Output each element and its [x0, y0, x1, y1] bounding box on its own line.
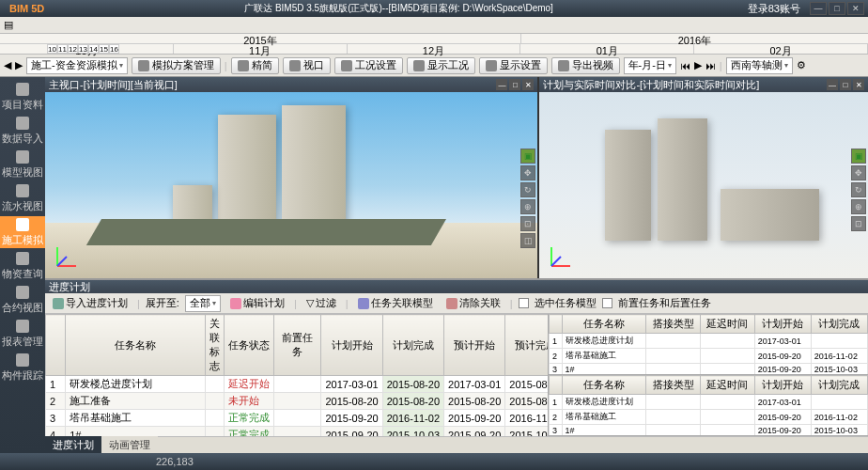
- timeline[interactable]: 2015年2016年10月11月12月01月02月 10111213141516: [0, 34, 868, 55]
- vp2-tool-fit[interactable]: ⊡: [851, 216, 866, 231]
- maximize-button[interactable]: □: [829, 2, 845, 15]
- vp2-tool-pan[interactable]: ✥: [851, 165, 866, 180]
- vp2-tool-rotate[interactable]: ↻: [851, 182, 866, 197]
- close-button[interactable]: ✕: [847, 2, 864, 15]
- pre-post-task-checkbox[interactable]: [602, 298, 612, 308]
- table-row[interactable]: 2 塔吊基础施工2015-09-202016-11-02: [550, 410, 868, 425]
- menubar: ▤: [0, 17, 868, 34]
- vp-tool-section[interactable]: ◫: [520, 233, 535, 248]
- app-logo: BIM 5D: [4, 3, 50, 14]
- svg-line-5: [551, 257, 561, 266]
- window-title: 广联达 BIM5D 3.5旗舰版(正式版)--[BIM5D项目案例: D:\Wo…: [50, 2, 747, 15]
- table-row[interactable]: 3 1#2015-09-202015-10-03: [550, 425, 868, 437]
- step-fwd-icon[interactable]: ⏭: [705, 60, 716, 71]
- vp2-min-icon[interactable]: —: [827, 79, 838, 90]
- predecessor-grid[interactable]: 任务名称搭接类型延迟时间计划开始计划完成1研发楼总进度计划2017-03-012…: [549, 314, 868, 375]
- minimize-button[interactable]: —: [810, 2, 827, 15]
- table-row[interactable]: 4 1#正常完成2015-09-202015-10-032015-09-2020…: [46, 427, 550, 437]
- vp2-tool-select[interactable]: ▣: [851, 149, 866, 164]
- schedule-grid[interactable]: 任务名称关联标志任务状态前置任务计划开始计划完成预计开始预计完成实际1研发楼总进…: [45, 314, 549, 436]
- edit-plan-button[interactable]: 编辑计划: [226, 295, 288, 311]
- vp-tool-fit[interactable]: ⊡: [520, 216, 535, 231]
- toolbar-视口-button[interactable]: 视口: [283, 57, 331, 74]
- play-icon[interactable]: ▶: [694, 59, 702, 71]
- sidebar-item-8[interactable]: 构件跟踪: [0, 352, 45, 384]
- step-back-icon[interactable]: ⏮: [680, 60, 690, 71]
- sidebar-item-1[interactable]: 数据导入: [0, 115, 45, 147]
- toolbar-导出视频-button[interactable]: 导出视频: [551, 57, 620, 74]
- login-link[interactable]: 登录83账号: [748, 2, 800, 16]
- sidebar-item-0[interactable]: 项目资料: [0, 81, 45, 113]
- expand-dropdown[interactable]: 全部: [185, 295, 221, 312]
- sidebar-item-7[interactable]: 报表管理: [0, 318, 45, 350]
- menu-icon[interactable]: ▤: [4, 19, 13, 31]
- vp2-tool-zoom[interactable]: ⊕: [851, 199, 866, 214]
- table-row[interactable]: 1研发楼总进度计划延迟开始2017-03-012015-08-202017-03…: [46, 376, 550, 393]
- cursor-coords: 226,183: [156, 456, 194, 467]
- sidebar-item-5[interactable]: 物资查询: [0, 250, 45, 282]
- statusbar: 226,183: [0, 453, 868, 470]
- sidebar: 项目资料数据导入模型视图流水视图施工模拟物资查询合约视图报表管理构件跟踪: [0, 77, 45, 453]
- schedule-panel-header: 进度计划: [45, 280, 868, 293]
- tab-schedule[interactable]: 进度计划: [45, 436, 101, 453]
- toolbar-工况设置-button[interactable]: 工况设置: [334, 57, 403, 74]
- tab-animation[interactable]: 动画管理: [101, 436, 158, 453]
- sim-mode-dropdown[interactable]: 施工-资金资源模拟: [26, 57, 128, 74]
- vp-tool-select[interactable]: ▣: [520, 149, 535, 164]
- table-row[interactable]: 1研发楼总进度计划2017-03-01: [550, 395, 868, 410]
- svg-line-2: [57, 257, 67, 266]
- date-format-dropdown[interactable]: 年-月-日: [624, 57, 676, 74]
- axis-gizmo: [53, 243, 81, 271]
- vp2-close-icon[interactable]: ✕: [853, 79, 864, 90]
- toolbar-显示工况-button[interactable]: 显示工况: [407, 57, 475, 74]
- table-row[interactable]: 2 塔吊基础施工2015-09-202016-11-02: [550, 349, 868, 364]
- viewport1-header: 主视口-[计划时间][当前视口] —□✕: [45, 77, 537, 92]
- vp-tool-rotate[interactable]: ↻: [520, 182, 535, 197]
- titlebar: BIM 5D 广联达 BIM5D 3.5旗舰版(正式版)--[BIM5D项目案例…: [0, 0, 868, 17]
- table-row[interactable]: 3 塔吊基础施工正常完成2015-09-202016-11-022015-09-…: [46, 410, 550, 427]
- main-toolbar: ◀ ▶ 施工-资金资源模拟 模拟方案管理 | 精简视口工况设置显示工况显示设置导…: [0, 55, 868, 77]
- schedule-tabs: 进度计划 动画管理: [45, 436, 868, 453]
- schedule-toolbar: 导入进度计划 | 展开至: 全部 编辑计划 | ▽过滤 | 任务关联模型 清除关…: [45, 293, 868, 314]
- vp-close-icon[interactable]: ✕: [522, 79, 534, 90]
- vp-max-icon[interactable]: □: [509, 79, 520, 90]
- filter-button[interactable]: ▽过滤: [302, 295, 340, 311]
- table-row[interactable]: 2 施工准备未开始2015-08-202015-08-202015-08-202…: [46, 393, 550, 410]
- vp-tool-pan[interactable]: ✥: [520, 165, 535, 180]
- settings-icon[interactable]: ⚙: [797, 59, 806, 71]
- toolbar-显示设置-button[interactable]: 显示设置: [479, 57, 548, 74]
- select-task-model-checkbox[interactable]: [519, 298, 529, 308]
- view-dropdown[interactable]: 西南等轴测: [726, 57, 793, 74]
- nav-next-icon[interactable]: ▶: [15, 59, 23, 71]
- sim-plan-button[interactable]: 模拟方案管理: [132, 57, 221, 74]
- viewport1-canvas[interactable]: ▣ ✥ ↻ ⊕ ⊡ ◫: [45, 92, 537, 278]
- sidebar-item-2[interactable]: 模型视图: [0, 149, 45, 180]
- table-row[interactable]: 3 1#2015-09-202015-10-03: [550, 364, 868, 376]
- vp-tool-zoom[interactable]: ⊕: [520, 199, 535, 214]
- filter-icon: ▽: [306, 297, 314, 309]
- axis-gizmo-2: [547, 243, 575, 271]
- sidebar-item-6[interactable]: 合约视图: [0, 284, 45, 316]
- nav-prev-icon[interactable]: ◀: [4, 59, 11, 71]
- import-schedule-button[interactable]: 导入进度计划: [49, 295, 132, 311]
- assoc-model-button[interactable]: 任务关联模型: [354, 295, 437, 311]
- vp-min-icon[interactable]: —: [496, 79, 507, 90]
- sidebar-item-4[interactable]: 施工模拟: [0, 216, 45, 248]
- sidebar-item-3[interactable]: 流水视图: [0, 182, 45, 214]
- toolbar-精简-button[interactable]: 精简: [231, 57, 279, 74]
- viewport2-canvas[interactable]: ▣ ✥ ↻ ⊕ ⊡: [539, 92, 868, 278]
- clear-assoc-button[interactable]: 清除关联: [442, 295, 504, 311]
- vp2-max-icon[interactable]: □: [840, 79, 851, 90]
- successor-grid[interactable]: 任务名称搭接类型延迟时间计划开始计划完成1研发楼总进度计划2017-03-012…: [549, 375, 868, 436]
- table-row[interactable]: 1研发楼总进度计划2017-03-01: [550, 334, 868, 349]
- viewport2-header: 计划与实际时间对比-[计划时间和实际时间对比] —□✕: [539, 77, 868, 92]
